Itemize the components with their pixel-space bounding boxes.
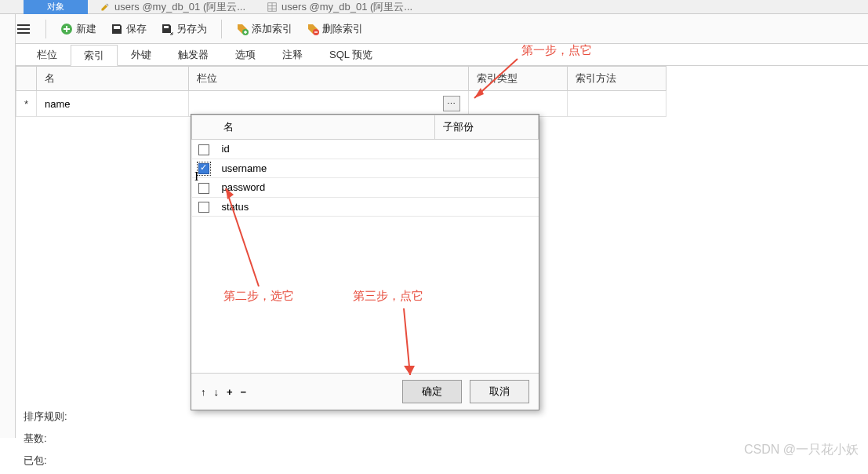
tab-foreign-keys[interactable]: 外键 xyxy=(118,44,165,65)
cardinality-label: 基数: xyxy=(24,432,67,446)
annotation-step1: 第一步，点它 xyxy=(521,43,592,58)
arrow-icon xyxy=(396,304,419,383)
separator xyxy=(45,20,46,38)
add-icon[interactable]: + xyxy=(227,386,233,398)
cell-name[interactable]: name xyxy=(37,91,189,117)
tab-table-view-2[interactable]: users @my_db_01 (阿里云... xyxy=(258,0,422,14)
floppy-arrow-icon xyxy=(161,23,173,35)
row-marker: * xyxy=(16,91,37,117)
header-field[interactable]: 栏位 xyxy=(189,67,469,91)
checkbox-icon[interactable] xyxy=(198,144,209,155)
packed-label: 已包: xyxy=(24,454,67,468)
delete-index-label: 删除索引 xyxy=(322,22,363,36)
new-button[interactable]: 新建 xyxy=(54,19,103,39)
popup-footer: ↑ ↓ + − 确定 取消 xyxy=(191,373,539,410)
checkbox-icon[interactable] xyxy=(198,163,209,174)
list-item[interactable]: id xyxy=(192,140,539,159)
new-label: 新建 xyxy=(76,22,96,36)
title-tabs-row: 对象 users @my_db_01 (阿里云... users @my_db_… xyxy=(0,0,868,14)
field-picker-button[interactable]: ⋯ xyxy=(443,96,460,111)
field-name: id xyxy=(216,140,435,159)
index-grid: 名 栏位 索引类型 索引方法 * name ⋯ xyxy=(16,66,666,117)
text-cursor-icon: I xyxy=(194,170,198,184)
annotation-step3: 第三步，点它 xyxy=(353,289,423,304)
header-check xyxy=(192,115,216,140)
watermark: CSDN @一只花小妖 xyxy=(744,442,859,458)
design-subtabs: 栏位 索引 外键 触发器 选项 注释 SQL 预览 xyxy=(0,44,868,66)
tab-comments[interactable]: 注释 xyxy=(269,44,316,65)
delete-index-button[interactable]: 删除索引 xyxy=(300,19,369,39)
move-up-icon[interactable]: ↑ xyxy=(201,386,206,398)
header-subpart[interactable]: 子部份 xyxy=(435,115,539,140)
field-name: username xyxy=(216,159,435,178)
tab-table-design-1[interactable]: users @my_db_01 (阿里云... xyxy=(91,0,255,14)
remove-icon[interactable]: − xyxy=(241,386,247,398)
save-label: 保存 xyxy=(126,22,147,36)
annotation-step2: 第二步，选它 xyxy=(223,289,294,304)
property-panel: 排序规则: 基数: 已包: xyxy=(24,410,67,468)
add-index-label: 添加索引 xyxy=(252,22,292,36)
saveas-label: 另存为 xyxy=(176,22,207,36)
tab-triggers[interactable]: 触发器 xyxy=(165,44,222,65)
sort-rule-label: 排序规则: xyxy=(24,410,67,424)
checkbox-icon[interactable] xyxy=(198,183,209,194)
separator xyxy=(221,20,222,38)
move-down-icon[interactable]: ↓ xyxy=(214,386,220,398)
table-row[interactable]: * name ⋯ xyxy=(16,91,666,117)
grid-icon xyxy=(267,2,277,12)
tab-objects[interactable]: 对象 xyxy=(24,0,88,14)
cancel-button[interactable]: 取消 xyxy=(470,380,529,403)
list-item[interactable]: username xyxy=(192,159,539,178)
checkbox-icon[interactable] xyxy=(198,202,209,213)
tab-indexes[interactable]: 索引 xyxy=(71,45,118,66)
pencil-icon xyxy=(100,2,110,12)
tab-columns[interactable]: 栏位 xyxy=(24,44,71,65)
arrow-icon xyxy=(220,180,274,290)
tab-label: users @my_db_01 (阿里云... xyxy=(281,0,412,14)
header-name[interactable]: 名 xyxy=(216,115,435,140)
toolbar: 新建 保存 另存为 添加索引 删除索引 xyxy=(0,14,868,44)
tag-minus-icon xyxy=(307,23,319,35)
tag-plus-icon xyxy=(236,23,249,35)
plus-circle-icon xyxy=(60,23,73,35)
tab-options[interactable]: 选项 xyxy=(222,44,269,65)
header-name[interactable]: 名 xyxy=(37,67,189,91)
add-index-button[interactable]: 添加索引 xyxy=(230,19,299,39)
left-gutter xyxy=(0,14,16,438)
arrow-icon xyxy=(467,55,521,106)
tab-label: users @my_db_01 (阿里云... xyxy=(114,0,245,14)
tab-sql-preview[interactable]: SQL 预览 xyxy=(316,44,386,65)
saveas-button[interactable]: 另存为 xyxy=(154,19,213,39)
cell-field[interactable]: ⋯ xyxy=(189,91,469,117)
save-button[interactable]: 保存 xyxy=(104,19,153,39)
header-method[interactable]: 索引方法 xyxy=(567,67,666,91)
marker-header xyxy=(16,67,37,91)
cell-method[interactable] xyxy=(567,91,666,117)
ok-button[interactable]: 确定 xyxy=(402,380,462,403)
floppy-icon xyxy=(111,23,123,35)
